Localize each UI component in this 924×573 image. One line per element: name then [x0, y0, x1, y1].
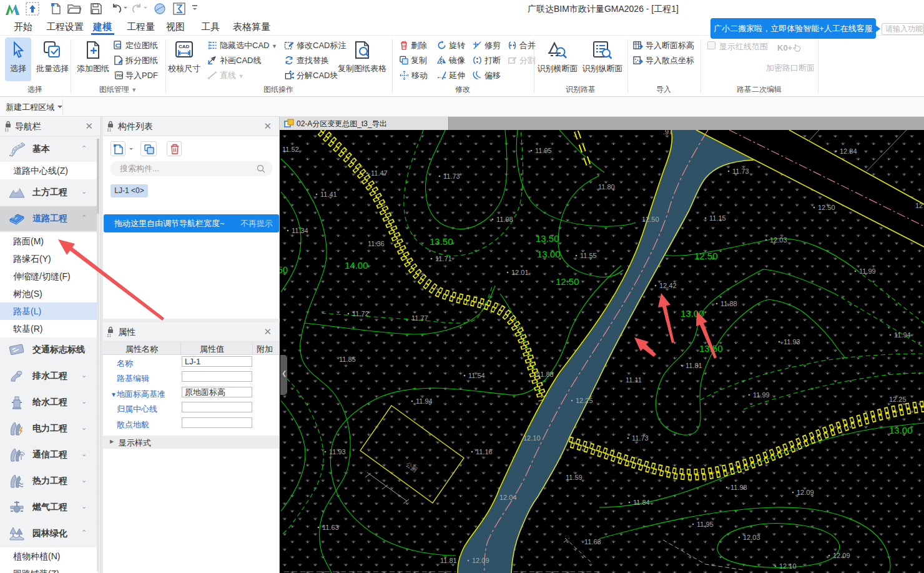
svg-text:11.95: 11.95: [535, 147, 552, 154]
svg-text:12.01: 12.01: [511, 269, 529, 276]
svg-text:11.85: 11.85: [339, 356, 356, 363]
svg-text:12.50: 12.50: [642, 216, 659, 223]
svg-text:12.10: 12.10: [523, 434, 541, 442]
svg-text:11.93: 11.93: [784, 338, 800, 346]
svg-text:14.00: 14.00: [345, 260, 368, 271]
svg-text:12.04: 12.04: [499, 494, 517, 501]
svg-text:11.93: 11.93: [329, 448, 346, 456]
svg-text:12.03: 12.03: [770, 236, 787, 244]
svg-text:11.98: 11.98: [496, 216, 513, 223]
svg-text:12.09: 12.09: [472, 557, 489, 564]
svg-text:11.34: 11.34: [292, 227, 308, 234]
svg-text:12.09: 12.09: [797, 489, 814, 496]
svg-text:12.50: 12.50: [556, 276, 579, 287]
svg-text:11.73: 11.73: [632, 434, 649, 442]
svg-text:11.81: 11.81: [440, 557, 457, 564]
svg-text:11.73: 11.73: [732, 167, 749, 175]
svg-text:11.98: 11.98: [730, 484, 747, 491]
svg-text:12: 12: [915, 202, 923, 209]
svg-text:13.00: 13.00: [537, 249, 561, 259]
svg-text:11.81: 11.81: [686, 362, 702, 369]
svg-text:11.94: 11.94: [416, 397, 433, 405]
svg-text:11.94: 11.94: [894, 331, 911, 339]
svg-text:11.71: 11.71: [435, 255, 452, 262]
svg-text:13.00: 13.00: [889, 425, 913, 436]
svg-text:11.73: 11.73: [443, 172, 460, 180]
svg-text:11.16: 11.16: [476, 448, 493, 456]
svg-text:11.99: 11.99: [753, 391, 770, 399]
svg-text:11.88: 11.88: [720, 300, 737, 307]
svg-text:11.80: 11.80: [598, 183, 615, 191]
svg-text:.97: .97: [663, 130, 672, 136]
svg-text:12.50: 12.50: [818, 204, 835, 211]
svg-text:11.63: 11.63: [322, 524, 339, 531]
svg-text:CAD: CAD: [179, 44, 190, 49]
svg-text:13.50: 13.50: [430, 236, 453, 247]
svg-text:PDF: PDF: [117, 74, 123, 77]
svg-text:12.84: 12.84: [840, 147, 857, 155]
svg-text:12.42: 12.42: [659, 282, 677, 289]
svg-text:11.59: 11.59: [566, 474, 582, 481]
svg-text:12.25: 12.25: [576, 397, 593, 404]
svg-text:11.95: 11.95: [697, 521, 714, 528]
svg-text:11.15: 11.15: [709, 214, 726, 222]
svg-text:4.50: 4.50: [280, 264, 288, 275]
svg-text:11.63: 11.63: [584, 538, 601, 546]
svg-text:13.50: 13.50: [536, 233, 559, 244]
svg-text:11.55: 11.55: [580, 252, 597, 259]
svg-text:11.72: 11.72: [352, 310, 369, 317]
svg-text:12.03: 12.03: [743, 534, 760, 541]
svg-text:11.77: 11.77: [411, 314, 428, 322]
svg-text:11.41: 11.41: [320, 191, 337, 198]
svg-text:11.88: 11.88: [537, 371, 554, 378]
svg-text:11.54: 11.54: [468, 372, 485, 379]
svg-text:11.52: 11.52: [282, 146, 299, 153]
svg-text:12.50: 12.50: [694, 251, 718, 261]
svg-text:12.25: 12.25: [889, 396, 907, 403]
svg-text:12.10: 12.10: [779, 562, 797, 570]
svg-text:11.47: 11.47: [371, 169, 388, 177]
svg-text:12.09: 12.09: [833, 552, 850, 559]
svg-text:11.99: 11.99: [859, 267, 876, 275]
svg-text:11.36: 11.36: [368, 240, 385, 247]
svg-text:11.11: 11.11: [626, 376, 642, 384]
svg-text:11.84: 11.84: [633, 499, 650, 506]
